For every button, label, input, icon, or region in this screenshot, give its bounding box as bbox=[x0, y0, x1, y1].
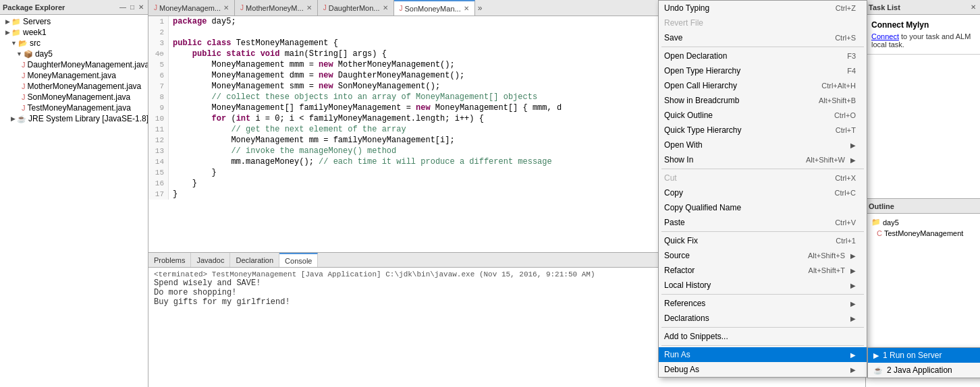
tree-label: JRE System Library [JavaSE-1.8] bbox=[28, 114, 148, 123]
menu-local-history[interactable]: Local History ▶ bbox=[659, 278, 867, 293]
menu-debug-as[interactable]: Debug As ▶ bbox=[659, 362, 867, 377]
line-content: MoneyManagement dmm = new DaughterMoneyM… bbox=[169, 70, 464, 81]
menu-show-in[interactable]: Show In Alt+Shift+W ▶ bbox=[659, 152, 867, 167]
menu-label: Cut bbox=[664, 173, 677, 183]
tab-javadoc[interactable]: Javadoc bbox=[191, 253, 230, 267]
tab-close-icon[interactable]: ✕ bbox=[383, 4, 388, 11]
menu-declarations[interactable]: Declarations ▶ bbox=[659, 311, 867, 326]
tab-label: MoneyManagem... bbox=[159, 4, 221, 12]
menu-open-declaration[interactable]: Open Declaration F3 bbox=[659, 49, 867, 63]
menu-open-type-hierarchy[interactable]: Open Type Hierarchy F4 bbox=[659, 63, 867, 78]
line-content: } bbox=[169, 178, 197, 189]
tree-label: day5 bbox=[35, 49, 53, 59]
menu-quick-type-hierarchy[interactable]: Quick Type Hierarchy Ctrl+T bbox=[659, 123, 867, 138]
tab-label: Problems bbox=[154, 256, 185, 264]
menu-source[interactable]: Source Alt+Shift+S ▶ bbox=[659, 248, 867, 263]
menu-open-with[interactable]: Open With ▶ bbox=[659, 138, 867, 152]
class-icon: C bbox=[877, 229, 882, 237]
menu-refactor[interactable]: Refactor Alt+Shift+T ▶ bbox=[659, 263, 867, 278]
menu-shortcut: Alt+Shift+S bbox=[808, 251, 845, 260]
menu-label: Local History bbox=[664, 280, 711, 290]
menu-undo-typing[interactable]: Undo Typing Ctrl+Z bbox=[659, 1, 867, 16]
line-number: 7 bbox=[148, 81, 169, 92]
submenu-run-on-server[interactable]: ▶ 1 Run on Server bbox=[868, 348, 980, 363]
close-icon[interactable]: ✕ bbox=[969, 3, 977, 11]
menu-show-breadcrumb[interactable]: Show in Breadcrumb Alt+Shift+B bbox=[659, 93, 867, 108]
submenu-arrow-icon: ▶ bbox=[850, 351, 856, 359]
menu-label: Add to Snippets... bbox=[664, 332, 728, 341]
folder-icon: 📁 bbox=[11, 18, 21, 26]
tree-item-servers[interactable]: ▶ 📁 Servers bbox=[0, 16, 148, 27]
outline-item-class[interactable]: C TestMoneyManagement bbox=[869, 228, 977, 239]
menu-label: Undo Typing bbox=[664, 3, 709, 13]
menu-cut[interactable]: Cut Ctrl+X bbox=[659, 171, 867, 185]
tree-item-src[interactable]: ▼ 📂 src bbox=[0, 38, 148, 49]
tree-item-son[interactable]: J SonMoneyManagement.java bbox=[0, 92, 148, 102]
tab-close-icon[interactable]: ✕ bbox=[306, 4, 312, 11]
menu-shortcut: Ctrl+X bbox=[835, 174, 856, 182]
menu-label: Open Type Hierarchy bbox=[664, 66, 740, 76]
menu-shortcut: Alt+Shift+B bbox=[819, 96, 856, 105]
menu-shortcut: Alt+Shift+T bbox=[809, 266, 845, 274]
tab-java-icon: J bbox=[323, 4, 327, 11]
menu-save[interactable]: Save Ctrl+S bbox=[659, 30, 867, 45]
menu-references[interactable]: References ▶ bbox=[659, 296, 867, 311]
tab-declaration[interactable]: Declaration bbox=[230, 253, 279, 267]
line-content: package day5; bbox=[169, 16, 236, 27]
menu-quick-outline[interactable]: Quick Outline Ctrl+O bbox=[659, 108, 867, 123]
tab-java-icon: J bbox=[400, 5, 403, 12]
tab-sonmoneyman[interactable]: J SonMoneyMan... ✕ bbox=[394, 0, 475, 16]
submenu-java-application[interactable]: ☕ 2 Java Application bbox=[868, 363, 980, 378]
tab-daughtermon[interactable]: J DaughterMon... ✕ bbox=[318, 0, 394, 16]
tab-overflow-icon[interactable]: » bbox=[475, 2, 485, 14]
maximize-icon[interactable]: □ bbox=[129, 3, 136, 11]
java-icon: J bbox=[22, 71, 26, 80]
expand-icon: ▶ bbox=[5, 29, 10, 36]
close-icon[interactable]: ✕ bbox=[137, 3, 145, 11]
header-icons: — □ ✕ bbox=[118, 3, 145, 11]
tab-close-icon[interactable]: ✕ bbox=[464, 5, 469, 12]
tab-moneymanagem[interactable]: J MoneyManagem... ✕ bbox=[148, 0, 235, 16]
minimize-icon[interactable]: — bbox=[118, 3, 128, 11]
line-number: 2 bbox=[148, 27, 169, 38]
tree-item-mother[interactable]: J MotherMoneyManagement.java bbox=[0, 81, 148, 92]
menu-label: Run As bbox=[664, 350, 690, 359]
menu-label: Source bbox=[664, 251, 690, 260]
mylyn-title: Connect Mylyn bbox=[871, 20, 975, 30]
line-content: public static void main(String[] args) { bbox=[169, 49, 387, 59]
menu-open-call-hierarchy[interactable]: Open Call Hierarchy Ctrl+Alt+H bbox=[659, 78, 867, 93]
line-number: 6 bbox=[148, 70, 169, 81]
tab-problems[interactable]: Problems bbox=[148, 253, 191, 267]
menu-shortcut: Ctrl+1 bbox=[836, 237, 856, 245]
menu-label: Revert File bbox=[664, 18, 703, 28]
menu-copy[interactable]: Copy Ctrl+C bbox=[659, 185, 867, 200]
menu-run-as[interactable]: Run As ▶ bbox=[659, 347, 867, 362]
submenu-label: 2 Java Application bbox=[887, 365, 952, 375]
menu-revert-file[interactable]: Revert File bbox=[659, 16, 867, 30]
menu-copy-qualified-name[interactable]: Copy Qualified Name bbox=[659, 200, 867, 215]
task-list-title: Task List bbox=[869, 3, 900, 11]
menu-add-to-snippets[interactable]: Add to Snippets... bbox=[659, 329, 867, 344]
menu-label: Open Declaration bbox=[664, 51, 727, 61]
mylyn-section: Connect Mylyn Connect to your task and A… bbox=[866, 15, 980, 55]
menu-label: Open Call Hierarchy bbox=[664, 81, 737, 90]
outline-item-day5[interactable]: 📁 day5 bbox=[869, 216, 977, 228]
tree-item-daughter[interactable]: J DaughterMoneyManagement.java bbox=[0, 59, 148, 70]
menu-shortcut: Ctrl+C bbox=[835, 189, 856, 197]
tab-mothermoneym[interactable]: J MotherMoneyM... ✕ bbox=[235, 0, 318, 16]
tree-item-day5[interactable]: ▼ 📦 day5 bbox=[0, 49, 148, 59]
tab-console[interactable]: Console bbox=[279, 253, 318, 267]
menu-paste[interactable]: Paste Ctrl+V bbox=[659, 215, 867, 230]
tree-item-week1[interactable]: ▶ 📁 week1 bbox=[0, 27, 148, 38]
tree-item-money[interactable]: J MoneyManagement.java bbox=[0, 70, 148, 81]
line-content: // collect these objects into an array o… bbox=[169, 92, 537, 102]
tab-close-icon[interactable]: ✕ bbox=[223, 4, 229, 11]
tab-label: DaughterMon... bbox=[329, 4, 380, 12]
mylyn-connect-link[interactable]: Connect bbox=[871, 32, 899, 40]
menu-shortcut: F3 bbox=[847, 52, 856, 60]
tree-item-test[interactable]: J TestMoneyManagement.java bbox=[0, 102, 148, 113]
menu-quick-fix[interactable]: Quick Fix Ctrl+1 bbox=[659, 233, 867, 248]
java-app-icon: ☕ bbox=[873, 366, 883, 375]
submenu-arrow-icon: ▶ bbox=[850, 142, 856, 149]
tree-item-jre[interactable]: ▶ ☕ JRE System Library [JavaSE-1.8] bbox=[0, 113, 148, 124]
